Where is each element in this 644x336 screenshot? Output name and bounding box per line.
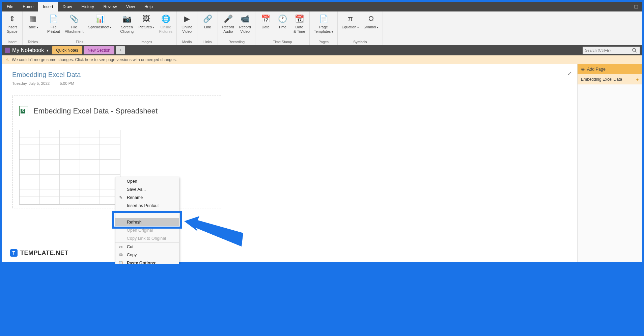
ribbon-file-printout[interactable]: 📄FilePrintout <box>45 13 62 39</box>
page-date: Tuesday, July 5, 2022 <box>12 81 50 85</box>
ribbon-group-label: Pages <box>318 39 329 45</box>
equation-label: Equation <box>342 25 359 29</box>
ribbon-date[interactable]: 📅Date <box>257 13 274 39</box>
page-title[interactable]: Embedding Excel Data <box>12 71 110 80</box>
copy-icon: ⧉ <box>118 252 123 258</box>
page-list-item[interactable]: Embedding Excel Data <box>578 74 642 84</box>
menu-view[interactable]: View <box>121 2 140 11</box>
page-templates-icon: 📄 <box>318 14 329 24</box>
ribbon-group-tables: ▦TableTables <box>23 11 43 45</box>
symbol-label: Symbol <box>364 25 379 29</box>
ctx-rename[interactable]: ✎Rename <box>115 193 179 202</box>
ribbon-screen-clipping[interactable]: 📷ScreenClipping <box>118 13 136 39</box>
ribbon-symbol[interactable]: ΩSymbol <box>362 13 381 39</box>
expand-icon[interactable]: ⤢ <box>567 70 572 77</box>
menu-insert[interactable]: Insert <box>38 2 58 11</box>
date-time-icon: 📆 <box>294 14 305 24</box>
warning-text: We couldn't merge some changes. Click he… <box>12 57 177 62</box>
watermark: T TEMPLATE.NET <box>10 249 68 257</box>
ribbon-group-recording: 🎤RecordAudio📹RecordVideoRecording <box>218 11 255 45</box>
watermark-logo: T <box>10 249 18 257</box>
menu-review[interactable]: Review <box>99 2 121 11</box>
ribbon-group-symbols: πEquationΩSymbolSymbols <box>338 11 383 45</box>
ctx-insert-printout[interactable]: Insert as Printout <box>115 202 179 210</box>
ctx-open[interactable]: Open <box>115 177 179 185</box>
context-menu: Open Save As... ✎Rename Insert as Printo… <box>115 177 179 264</box>
tab-add[interactable]: + <box>116 46 125 54</box>
ribbon-group-label: Symbols <box>353 39 367 45</box>
link-icon: 🔗 <box>202 14 213 24</box>
ribbon-group-time-stamp: 📅Date🕐Time📆Date& TimeTime Stamp <box>255 11 310 45</box>
cut-icon: ✂ <box>118 244 123 250</box>
page-time: 5:00 PM <box>60 81 74 85</box>
date-time-label: Date& Time <box>293 25 305 33</box>
ribbon-table[interactable]: ▦Table <box>25 13 41 39</box>
svg-line-1 <box>635 51 637 52</box>
online-video-icon: ▶ <box>181 14 192 24</box>
ctx-save-as[interactable]: Save As... <box>115 185 179 193</box>
ribbon-spreadsheet[interactable]: 📊Spreadsheet <box>86 13 114 39</box>
ribbon-group-links: 🔗LinkLinks <box>197 11 218 45</box>
online-video-label: OnlineVideo <box>181 25 192 33</box>
ribbon-file-attachment[interactable]: 📎FileAttachment <box>63 13 86 39</box>
equation-icon: π <box>345 14 356 24</box>
warning-icon: ⚠ <box>5 57 9 62</box>
annotation-arrow <box>184 216 245 247</box>
online-pictures-label: OnlinePictures <box>159 25 172 33</box>
spreadsheet-preview[interactable] <box>19 130 120 205</box>
ctx-refresh[interactable]: Refresh <box>115 218 179 226</box>
ribbon-record-audio[interactable]: 🎤RecordAudio <box>220 13 236 39</box>
insert-space-label: InsertSpace <box>7 25 17 33</box>
ctx-paste-options: 📋Paste Options: <box>115 259 179 264</box>
watermark-text: TEMPLATE.NET <box>20 250 68 257</box>
screen-clipping-label: ScreenClipping <box>120 25 134 33</box>
ribbon-date-time[interactable]: 📆Date& Time <box>291 13 307 39</box>
page-canvas[interactable]: Embedding Excel Data Tuesday, July 5, 20… <box>2 64 577 262</box>
file-attachment-label: FileAttachment <box>65 25 84 33</box>
ribbon-online-pictures: 🌐OnlinePictures <box>157 13 174 39</box>
date-icon: 📅 <box>260 14 271 24</box>
ribbon-online-video[interactable]: ▶OnlineVideo <box>179 13 195 39</box>
merge-warning-bar[interactable]: ⚠ We couldn't merge some changes. Click … <box>2 55 642 64</box>
window-restore-icon[interactable]: ❐ <box>631 4 642 9</box>
ribbon-pictures[interactable]: 🖼Pictures <box>136 13 156 39</box>
page-list-panel: Add Page Embedding Excel Data <box>577 64 642 262</box>
spreadsheet-icon: 📊 <box>95 14 106 24</box>
ribbon-record-video[interactable]: 📹RecordVideo <box>237 13 253 39</box>
rename-icon: ✎ <box>118 195 123 200</box>
ribbon-page-templates[interactable]: 📄PageTemplates <box>312 13 335 39</box>
notebook-bar: My Notebook Quick Notes New Section + Se… <box>2 45 642 55</box>
file-attachment-icon: 📎 <box>69 14 80 24</box>
search-input[interactable]: Search (Ctrl+E) <box>583 47 640 54</box>
ribbon-group-label: Links <box>203 39 212 45</box>
excel-icon <box>19 106 28 116</box>
add-page-button[interactable]: Add Page <box>578 64 642 74</box>
pictures-icon: 🖼 <box>141 14 152 24</box>
ribbon-group-label: Tables <box>28 39 38 45</box>
insert-space-icon: ⇕ <box>7 14 18 24</box>
menu-history[interactable]: History <box>77 2 99 11</box>
tab-quick-notes[interactable]: Quick Notes <box>52 46 82 54</box>
ribbon-group-files: 📄FilePrintout📎FileAttachment📊Spreadsheet… <box>43 11 116 45</box>
ribbon-group-insert: ⇕InsertSpaceInsert <box>2 11 23 45</box>
ribbon-time[interactable]: 🕐Time <box>274 13 290 39</box>
ctx-copy[interactable]: ⧉Copy <box>115 251 179 259</box>
notebook-selector[interactable]: My Notebook <box>10 47 51 53</box>
tab-new-section[interactable]: New Section <box>84 46 114 54</box>
table-icon: ▦ <box>27 14 38 24</box>
online-pictures-icon: 🌐 <box>160 14 171 24</box>
record-audio-label: RecordAudio <box>222 25 234 33</box>
ribbon-insert-space[interactable]: ⇕InsertSpace <box>4 13 20 39</box>
ribbon-link[interactable]: 🔗Link <box>199 13 216 39</box>
ribbon-equation[interactable]: πEquation <box>340 13 361 39</box>
symbol-icon: Ω <box>366 14 376 24</box>
menu-file[interactable]: File <box>2 2 18 11</box>
ctx-cut[interactable]: ✂Cut <box>115 243 179 251</box>
time-label: Time <box>278 25 286 29</box>
menu-home[interactable]: Home <box>18 2 38 11</box>
menu-help[interactable]: Help <box>140 2 158 11</box>
file-printout-label: FilePrintout <box>47 25 60 33</box>
menu-draw[interactable]: Draw <box>58 2 77 11</box>
screen-clipping-icon: 📷 <box>121 14 132 24</box>
search-placeholder: Search (Ctrl+E) <box>585 48 611 52</box>
